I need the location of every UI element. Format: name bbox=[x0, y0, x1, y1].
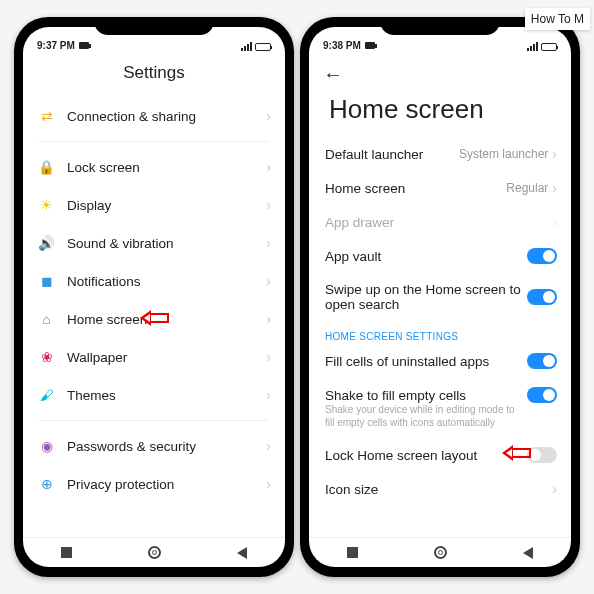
status-time: 9:38 PM bbox=[323, 40, 361, 51]
row-label: Sound & vibration bbox=[67, 236, 266, 251]
toggle[interactable] bbox=[527, 248, 557, 264]
row-label: Icon size bbox=[325, 482, 552, 497]
chevron-right-icon: › bbox=[266, 438, 271, 454]
row-value: Regular bbox=[506, 181, 548, 195]
shield-icon: ◉ bbox=[39, 439, 54, 454]
settings-row-notifications[interactable]: ◼Notifications› bbox=[23, 262, 285, 300]
navbar bbox=[23, 537, 285, 567]
row-label: Notifications bbox=[67, 274, 266, 289]
sun-icon: ☀ bbox=[39, 198, 54, 213]
row-label: Themes bbox=[67, 388, 266, 403]
lock-icon: 🔒 bbox=[39, 160, 54, 175]
chevron-right-icon: › bbox=[266, 108, 271, 124]
settings-row-connection-sharing[interactable]: ⇄Connection & sharing› bbox=[23, 97, 285, 135]
header: ← bbox=[309, 53, 571, 90]
nav-recent-icon[interactable] bbox=[61, 547, 72, 558]
row-label: Passwords & security bbox=[67, 439, 266, 454]
chevron-right-icon: › bbox=[266, 311, 271, 327]
row-label: App drawer bbox=[325, 215, 552, 230]
row-label: Shake to fill empty cells bbox=[325, 388, 527, 403]
settings-row-sound-vibration[interactable]: 🔊Sound & vibration› bbox=[23, 224, 285, 262]
settings-row-home-screen[interactable]: ⌂Home screen› bbox=[23, 300, 285, 338]
signal-icon bbox=[527, 42, 538, 51]
nav-recent-icon[interactable] bbox=[347, 547, 358, 558]
setting-app-vault[interactable]: App vault bbox=[309, 239, 571, 273]
share-icon: ⇄ bbox=[39, 109, 54, 124]
privacy-icon: ⊕ bbox=[39, 477, 54, 492]
brush-icon: 🖌 bbox=[39, 388, 54, 403]
chevron-right-icon: › bbox=[266, 387, 271, 403]
row-subtitle: Shake your device while in editing mode … bbox=[325, 403, 557, 429]
chevron-right-icon: › bbox=[266, 197, 271, 213]
back-button[interactable]: ← bbox=[323, 63, 343, 86]
signal-icon bbox=[241, 42, 252, 51]
setting-default-launcher[interactable]: Default launcherSystem launcher› bbox=[309, 137, 571, 171]
row-label: App vault bbox=[325, 249, 527, 264]
home-icon: ⌂ bbox=[39, 312, 54, 327]
setting-home-screen[interactable]: Home screenRegular› bbox=[309, 171, 571, 205]
floating-hint-label: How To M bbox=[525, 8, 590, 30]
toggle[interactable] bbox=[527, 447, 557, 463]
screen-home: 9:38 PM ← Home screen Default launcherSy… bbox=[309, 27, 571, 567]
toggle[interactable] bbox=[527, 353, 557, 369]
toggle[interactable] bbox=[527, 387, 557, 403]
settings-row-themes[interactable]: 🖌Themes› bbox=[23, 376, 285, 414]
setting-icon-size[interactable]: Icon size› bbox=[309, 472, 571, 506]
chevron-right-icon: › bbox=[266, 159, 271, 175]
chevron-right-icon: › bbox=[552, 146, 557, 162]
chevron-right-icon: › bbox=[552, 214, 557, 230]
row-label: Fill cells of uninstalled apps bbox=[325, 354, 527, 369]
setting-lock-home-screen-layout[interactable]: Lock Home screen layout bbox=[309, 438, 571, 472]
nav-home-icon[interactable] bbox=[434, 546, 447, 559]
row-label: Privacy protection bbox=[67, 477, 266, 492]
nav-back-icon[interactable] bbox=[523, 547, 533, 559]
row-label: Connection & sharing bbox=[67, 109, 266, 124]
notch bbox=[94, 17, 214, 35]
screen-settings: 9:37 PM Settings ⇄Connection & sharing›🔒… bbox=[23, 27, 285, 567]
home-screen-list: Default launcherSystem launcher›Home scr… bbox=[309, 137, 571, 537]
battery-icon bbox=[255, 43, 271, 51]
settings-row-display[interactable]: ☀Display› bbox=[23, 186, 285, 224]
row-label: Display bbox=[67, 198, 266, 213]
chevron-right-icon: › bbox=[266, 235, 271, 251]
battery-icon bbox=[541, 43, 557, 51]
row-label: Lock screen bbox=[67, 160, 266, 175]
row-label: Wallpaper bbox=[67, 350, 266, 365]
toggle[interactable] bbox=[527, 289, 557, 305]
chevron-right-icon: › bbox=[266, 273, 271, 289]
nav-home-icon[interactable] bbox=[148, 546, 161, 559]
settings-row-lock-screen[interactable]: 🔒Lock screen› bbox=[23, 148, 285, 186]
settings-row-passwords-security[interactable]: ◉Passwords & security› bbox=[23, 427, 285, 465]
settings-list: ⇄Connection & sharing›🔒Lock screen›☀Disp… bbox=[23, 97, 285, 537]
bell-icon: ◼ bbox=[39, 274, 54, 289]
chevron-right-icon: › bbox=[266, 349, 271, 365]
flower-icon: ❀ bbox=[39, 350, 54, 365]
notch bbox=[380, 17, 500, 35]
settings-row-privacy-protection[interactable]: ⊕Privacy protection› bbox=[23, 465, 285, 503]
page-title: Home screen bbox=[309, 90, 571, 137]
phone-right: 9:38 PM ← Home screen Default launcherSy… bbox=[300, 17, 580, 577]
status-time: 9:37 PM bbox=[37, 40, 75, 51]
row-label: Lock Home screen layout bbox=[325, 448, 527, 463]
navbar bbox=[309, 537, 571, 567]
settings-row-wallpaper[interactable]: ❀Wallpaper› bbox=[23, 338, 285, 376]
chevron-right-icon: › bbox=[552, 180, 557, 196]
page-title: Settings bbox=[23, 53, 285, 97]
chevron-right-icon: › bbox=[552, 481, 557, 497]
phone-left: 9:37 PM Settings ⇄Connection & sharing›🔒… bbox=[14, 17, 294, 577]
camera-icon bbox=[365, 42, 375, 49]
camera-icon bbox=[79, 42, 89, 49]
row-label: Swipe up on the Home screen to open sear… bbox=[325, 282, 527, 312]
chevron-right-icon: › bbox=[266, 476, 271, 492]
row-label: Home screen bbox=[325, 181, 506, 196]
sound-icon: 🔊 bbox=[39, 236, 54, 251]
setting-app-drawer: App drawer› bbox=[309, 205, 571, 239]
nav-back-icon[interactable] bbox=[237, 547, 247, 559]
row-label: Home screen bbox=[67, 312, 266, 327]
setting-fill-cells-of-uninstalled-apps[interactable]: Fill cells of uninstalled apps bbox=[309, 344, 571, 378]
section-label: HOME SCREEN SETTINGS bbox=[309, 321, 571, 344]
row-value: System launcher bbox=[459, 147, 548, 161]
setting-shake-to-fill-empty-cells[interactable]: Shake to fill empty cellsShake your devi… bbox=[309, 378, 571, 438]
row-label: Default launcher bbox=[325, 147, 459, 162]
setting-swipe-up-on-the-home-screen-to-open-search[interactable]: Swipe up on the Home screen to open sear… bbox=[309, 273, 571, 321]
